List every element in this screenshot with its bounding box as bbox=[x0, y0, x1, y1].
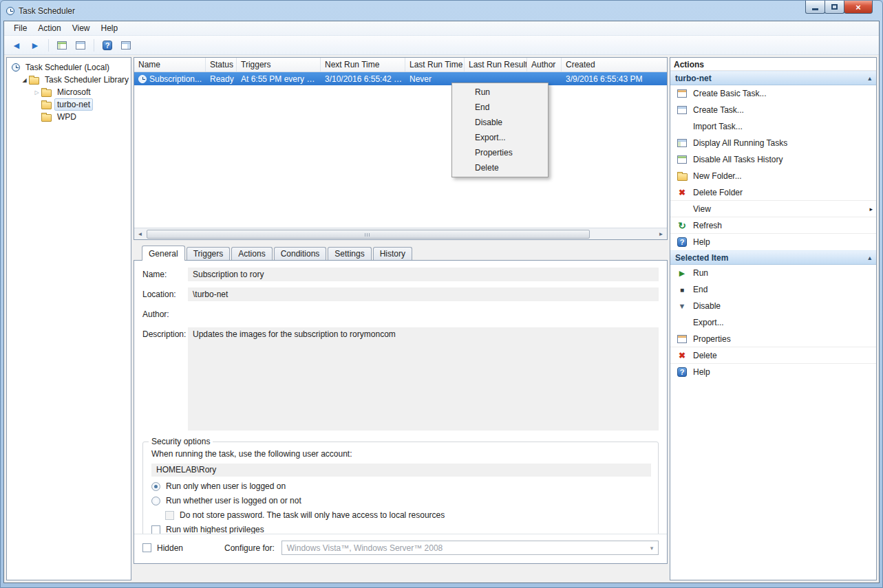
action-pane-icon bbox=[121, 41, 131, 50]
context-menu-item-run[interactable]: Run bbox=[454, 85, 546, 100]
action-disable-all-tasks-history[interactable]: Disable All Tasks History bbox=[670, 151, 876, 168]
configure-for-value: Windows Vista™, Windows Server™ 2008 bbox=[287, 543, 443, 553]
checkbox-highest-privileges[interactable] bbox=[151, 525, 160, 534]
task-context-menu: Run End Disable Export... Properties Del… bbox=[451, 83, 549, 177]
action-display-all-running-tasks[interactable]: Display All Running Tasks bbox=[670, 135, 876, 151]
checkbox-no-password[interactable] bbox=[165, 511, 174, 520]
help-button[interactable]: ? bbox=[99, 38, 116, 53]
column-header-last-run-result[interactable]: Last Run Result bbox=[465, 58, 527, 72]
menu-file[interactable]: File bbox=[8, 21, 32, 35]
context-menu-item-export[interactable]: Export... bbox=[454, 130, 546, 145]
configure-for-dropdown[interactable]: Windows Vista™, Windows Server™ 2008 ▾ bbox=[281, 541, 659, 555]
tree-item-microsoft[interactable]: ▷ Microsoft bbox=[8, 86, 129, 98]
collapsed-arrow-icon[interactable]: ▷ bbox=[32, 89, 41, 96]
action-label: Create Basic Task... bbox=[693, 89, 767, 98]
cell-triggers: At 6:55 PM every day bbox=[237, 74, 321, 84]
horizontal-scrollbar[interactable]: ◄ ► bbox=[134, 228, 667, 239]
action-delete[interactable]: ✖ Delete bbox=[670, 347, 876, 364]
column-header-next-run-time[interactable]: Next Run Time bbox=[321, 58, 405, 72]
action-new-folder[interactable]: New Folder... bbox=[670, 168, 876, 184]
location-label: Location: bbox=[142, 287, 188, 301]
properties-button[interactable] bbox=[72, 38, 89, 53]
scroll-left-button[interactable]: ◄ bbox=[134, 231, 146, 237]
task-row[interactable]: Subscription... Ready At 6:55 PM every d… bbox=[134, 72, 667, 85]
column-header-last-run-time[interactable]: Last Run Time bbox=[405, 58, 465, 72]
action-view[interactable]: View ▸ bbox=[670, 201, 876, 217]
action-help[interactable]: ? Help bbox=[670, 234, 876, 250]
tab-general[interactable]: General bbox=[142, 246, 185, 261]
context-menu-item-delete[interactable]: Delete bbox=[454, 160, 546, 175]
column-header-author[interactable]: Author bbox=[527, 58, 562, 72]
section-header-selected-item[interactable]: Selected Item ▴ bbox=[670, 250, 876, 265]
back-button[interactable]: ◄ bbox=[8, 38, 25, 53]
action-help-selected[interactable]: ? Help bbox=[670, 364, 876, 380]
scrollbar-track[interactable] bbox=[146, 229, 655, 239]
action-refresh[interactable]: ↻ Refresh bbox=[670, 217, 876, 234]
action-run[interactable]: ▶ Run bbox=[670, 265, 876, 281]
radio-row-logged-on: Run only when user is logged on bbox=[151, 481, 651, 491]
action-create-task[interactable]: Create Task... bbox=[670, 102, 876, 118]
toolbar-separator bbox=[94, 39, 94, 52]
user-account-field: HOMELAB\Rory bbox=[151, 464, 651, 477]
action-label: Delete bbox=[693, 351, 717, 360]
radio-logged-on[interactable] bbox=[151, 482, 160, 491]
tab-triggers[interactable]: Triggers bbox=[187, 247, 231, 260]
tree-item-turbo-net[interactable]: turbo-net bbox=[8, 98, 129, 111]
action-label: Help bbox=[693, 237, 710, 247]
tree-item-library[interactable]: ◢ Task Scheduler Library bbox=[8, 74, 129, 86]
forward-button[interactable]: ► bbox=[27, 38, 43, 53]
collapse-chevron-icon[interactable]: ▴ bbox=[868, 254, 871, 261]
general-tab-content: Name: Subscription to rory Location: \tu… bbox=[134, 260, 668, 564]
tab-settings[interactable]: Settings bbox=[328, 247, 371, 260]
expanded-arrow-icon[interactable]: ◢ bbox=[20, 77, 29, 83]
collapse-chevron-icon[interactable]: ▴ bbox=[868, 75, 871, 82]
radio-row-logged-on-or-not: Run whether user is logged on or not bbox=[151, 496, 651, 505]
action-label: Help bbox=[693, 367, 710, 377]
scroll-right-button[interactable]: ► bbox=[655, 231, 667, 237]
action-export[interactable]: Export... bbox=[670, 314, 876, 331]
delete-folder-icon: ✖ bbox=[677, 187, 688, 198]
minimize-button[interactable] bbox=[805, 1, 825, 14]
action-delete-folder[interactable]: ✖ Delete Folder bbox=[670, 184, 876, 201]
column-header-status[interactable]: Status bbox=[206, 58, 237, 72]
tab-history[interactable]: History bbox=[373, 247, 412, 260]
column-header-triggers[interactable]: Triggers bbox=[237, 58, 321, 72]
column-header-created[interactable]: Created bbox=[562, 58, 667, 72]
menu-help[interactable]: Help bbox=[96, 21, 124, 35]
tree-item-wpd[interactable]: WPD bbox=[8, 111, 129, 123]
scrollbar-thumb[interactable] bbox=[147, 230, 590, 239]
action-label: Disable All Tasks History bbox=[693, 155, 783, 164]
column-header-name[interactable]: Name bbox=[134, 58, 206, 72]
folder-icon bbox=[41, 114, 52, 122]
name-field: Subscription to rory bbox=[188, 268, 659, 281]
action-create-basic-task[interactable]: Create Basic Task... bbox=[670, 85, 876, 102]
maximize-button[interactable] bbox=[825, 1, 844, 14]
menu-view[interactable]: View bbox=[67, 21, 96, 35]
window-controls: × bbox=[806, 1, 873, 14]
tab-conditions[interactable]: Conditions bbox=[274, 247, 327, 260]
console-tree-toggle-button[interactable] bbox=[54, 38, 70, 53]
context-menu-item-disable[interactable]: Disable bbox=[454, 115, 546, 130]
title-bar[interactable]: Task Scheduler × bbox=[1, 1, 882, 21]
action-end[interactable]: ■ End bbox=[670, 281, 876, 298]
context-menu-item-properties[interactable]: Properties bbox=[454, 145, 546, 160]
task-list-header: Name Status Triggers Next Run Time Last … bbox=[134, 58, 667, 72]
checkbox-row-highest-privileges: Run with highest privileges bbox=[151, 525, 651, 534]
action-import-task[interactable]: Import Task... bbox=[670, 118, 876, 135]
tree-child-label-selected: turbo-net bbox=[54, 98, 93, 111]
context-menu-item-end[interactable]: End bbox=[454, 100, 546, 115]
create-task-icon bbox=[677, 105, 688, 116]
client-area: Task Scheduler (Local) ◢ Task Scheduler … bbox=[4, 55, 879, 582]
no-icon bbox=[677, 121, 688, 132]
action-pane-toggle-button[interactable] bbox=[118, 38, 134, 53]
console-tree: Task Scheduler (Local) ◢ Task Scheduler … bbox=[7, 58, 131, 127]
checkbox-hidden[interactable] bbox=[142, 543, 151, 552]
close-button[interactable]: × bbox=[844, 1, 873, 14]
radio-logged-on-or-not[interactable] bbox=[151, 497, 160, 505]
action-properties[interactable]: Properties bbox=[670, 331, 876, 347]
tree-item-root[interactable]: Task Scheduler (Local) bbox=[8, 61, 129, 74]
action-disable[interactable]: ▼ Disable bbox=[670, 298, 876, 314]
tab-actions[interactable]: Actions bbox=[231, 247, 272, 260]
menu-action[interactable]: Action bbox=[32, 21, 66, 35]
section-header-turbo-net[interactable]: turbo-net ▴ bbox=[670, 71, 876, 85]
